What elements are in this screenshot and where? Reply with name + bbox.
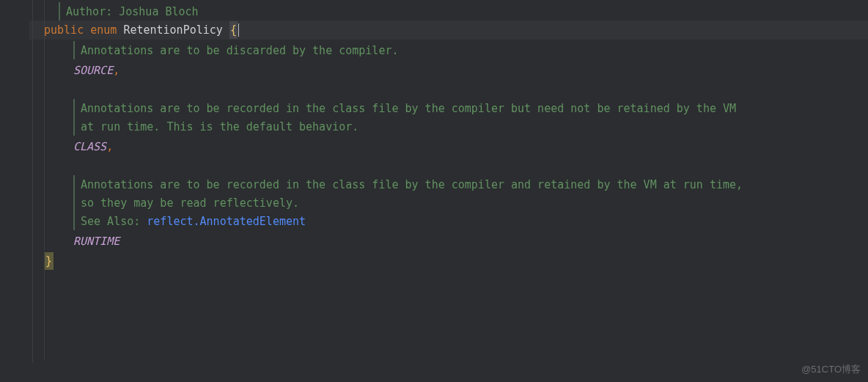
text-caret (238, 23, 239, 37)
javadoc-runtime-l2: so they may be read reflectively. (81, 194, 299, 212)
watermark: @51CTO博客 (801, 362, 861, 378)
keyword-enum: enum (90, 21, 117, 39)
javadoc-runtime-block: Annotations are to be recorded in the cl… (73, 175, 868, 230)
author-name: Joshua Bloch (119, 3, 198, 21)
enum-constant-class[interactable]: CLASS, (29, 137, 868, 155)
enum-signature-line[interactable]: public enum RetentionPolicy { (29, 21, 868, 40)
blank-line (29, 81, 868, 99)
blank-line (29, 157, 868, 175)
enum-constant-runtime[interactable]: RUNTIME (29, 232, 868, 250)
see-also-label: See Also: (81, 213, 140, 230)
keyword-public: public (44, 21, 84, 39)
closing-brace-line[interactable]: } (29, 251, 868, 270)
brace-close: } (44, 252, 54, 270)
enum-constant-source[interactable]: SOURCE, (29, 61, 868, 79)
indent-guide-outer (32, 0, 33, 363)
comma: , (106, 138, 113, 155)
see-also-link[interactable]: reflect.AnnotatedElement (147, 213, 306, 230)
code-editor[interactable]: Author: Joshua Bloch public enum Retenti… (0, 0, 868, 270)
javadoc-source-text: Annotations are to be discarded by the c… (81, 42, 398, 59)
author-label: Author: (66, 3, 112, 21)
indent-guide-class (44, 0, 45, 361)
javadoc-class-block: Annotations are to be recorded in the cl… (73, 99, 868, 136)
javadoc-class-l2: at run time. This is the default behavio… (81, 118, 358, 136)
javadoc-source-block: Annotations are to be discarded by the c… (73, 41, 868, 59)
const-runtime: RUNTIME (73, 232, 119, 250)
const-class: CLASS (73, 138, 106, 155)
javadoc-class-l1: Annotations are to be recorded in the cl… (81, 100, 736, 117)
brace-open: { (229, 21, 238, 39)
javadoc-author-block: Author: Joshua Bloch (59, 2, 868, 21)
comma: , (113, 62, 119, 79)
javadoc-runtime-l1: Annotations are to be recorded in the cl… (81, 176, 743, 194)
class-name: RetentionPolicy (123, 21, 222, 39)
const-source: SOURCE (73, 62, 113, 79)
